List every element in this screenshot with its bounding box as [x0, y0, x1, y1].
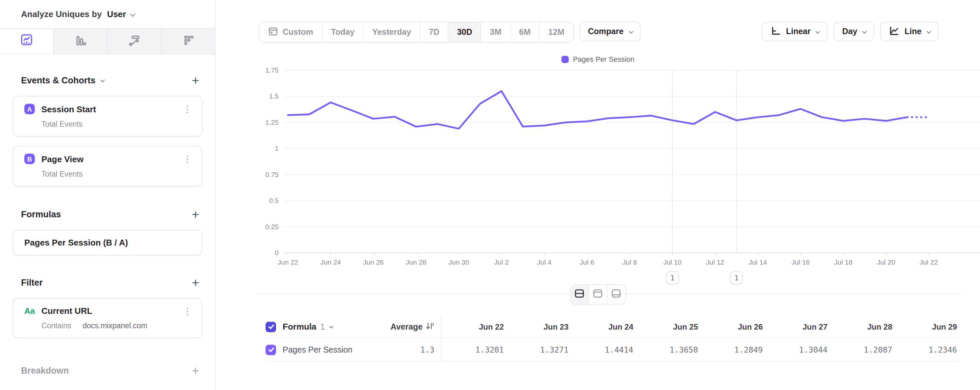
tab-dots-grid[interactable]	[161, 29, 215, 54]
layout-chart-top-button[interactable]	[588, 285, 607, 304]
event-aggregation[interactable]: Total Events	[41, 170, 194, 178]
event-card-page-view[interactable]: B Page View ⋮ Total Events	[13, 146, 202, 187]
formula-name[interactable]: Pages Per Session (B / A)	[24, 238, 194, 247]
chevron-down-icon	[329, 324, 333, 328]
svg-text:0: 0	[275, 249, 279, 256]
kebab-menu-icon[interactable]: ⋮	[181, 154, 194, 163]
breakdown-header: Breakdown +	[0, 365, 215, 377]
line-chart-canvas[interactable]: 00.250.50.7511.251.51.75Jun 22Jun 24Jun …	[216, 0, 980, 271]
column-header: Jun 24	[571, 322, 636, 331]
series-name: Pages Per Session	[283, 345, 353, 354]
add-breakdown-button[interactable]: +	[192, 365, 199, 377]
event-name[interactable]: Page View	[41, 154, 174, 164]
row-checkbox[interactable]	[266, 344, 276, 355]
report-type-tabs	[0, 28, 215, 54]
table-header-row: Formula 1 Average	[266, 316, 959, 338]
svg-text:1.5: 1.5	[269, 92, 279, 100]
filter-condition[interactable]: Contains docs.mixpanel.com	[41, 322, 194, 330]
svg-text:Jul 4: Jul 4	[537, 258, 552, 266]
column-header: Jun 28	[830, 322, 895, 331]
svg-text:0.75: 0.75	[265, 171, 279, 178]
svg-text:Jul 22: Jul 22	[920, 258, 938, 266]
add-event-button[interactable]: +	[192, 74, 199, 87]
add-formula-button[interactable]: +	[192, 208, 199, 220]
string-property-icon: Aa	[24, 306, 35, 315]
average-sort-button[interactable]: Average	[390, 322, 434, 332]
analyze-by-dropdown[interactable]: User	[107, 9, 126, 19]
insights-report: Analyze Uniques by User	[0, 0, 980, 390]
table-bottom-view-icon	[611, 288, 622, 301]
table-value: 1.2087	[830, 345, 895, 354]
kebab-menu-icon[interactable]: ⋮	[181, 306, 194, 315]
event-aggregation[interactable]: Total Events	[41, 120, 194, 128]
svg-text:Jul 8: Jul 8	[622, 258, 637, 266]
chevron-down-icon	[129, 11, 135, 16]
event-card-session-start[interactable]: A Session Start ⋮ Total Events	[13, 96, 202, 136]
annotation-badge[interactable]: 1	[666, 271, 679, 284]
annotation-badge[interactable]: 1	[730, 271, 743, 284]
formulas-title: Formulas	[21, 209, 61, 219]
filter-title: Filter	[21, 278, 43, 288]
formula-card[interactable]: Pages Per Session (B / A)	[13, 230, 202, 255]
event-badge-a: A	[24, 104, 35, 114]
tab-insights-line[interactable]	[0, 29, 53, 54]
kebab-menu-icon[interactable]: ⋮	[181, 105, 194, 114]
filter-card-current-url[interactable]: Aa Current URL ⋮ Contains docs.mixpanel.…	[13, 298, 202, 338]
svg-text:Jul 16: Jul 16	[791, 258, 810, 266]
column-header: Jun 23	[506, 322, 571, 331]
table-value: 1.3650	[636, 345, 701, 354]
svg-text:Jul 10: Jul 10	[663, 258, 682, 266]
svg-text:Jul 18: Jul 18	[834, 258, 853, 266]
filter-header: Filter +	[0, 276, 215, 289]
event-name[interactable]: Session Start	[41, 104, 174, 114]
analyze-label: Analyze Uniques by	[21, 9, 102, 19]
table-value: 1.3201	[442, 345, 506, 354]
insights-chart-icon	[21, 33, 33, 49]
events-cohorts-header: Events & Cohorts +	[0, 74, 215, 87]
events-cohorts-title: Events & Cohorts	[21, 76, 104, 86]
dots-grid-icon	[182, 34, 194, 49]
bar-chart-icon	[74, 34, 87, 49]
layout-toggle-group	[570, 284, 626, 304]
svg-text:Jun 30: Jun 30	[448, 258, 469, 266]
chart-top-view-icon	[593, 288, 603, 301]
table-value: 1.2346	[895, 345, 959, 354]
split-view-icon	[574, 288, 585, 301]
svg-text:Jul 2: Jul 2	[494, 258, 509, 266]
report-main: Custom Today Yesterday 7D 30D 3M 6M 12M …	[216, 0, 980, 390]
tab-bar-chart[interactable]	[53, 29, 107, 54]
layout-table-bottom-button[interactable]	[607, 285, 625, 304]
column-header: Jun 25	[636, 322, 701, 331]
formula-group-dropdown[interactable]: Formula 1	[283, 322, 332, 331]
select-all-checkbox[interactable]	[266, 322, 276, 332]
filter-operator[interactable]: Contains	[41, 322, 71, 330]
results-table: Formula 1 Average	[266, 316, 959, 362]
query-sidebar: Analyze Uniques by User	[0, 0, 216, 390]
chevron-down-icon[interactable]	[100, 78, 105, 82]
column-header: Jun 26	[701, 322, 765, 331]
svg-text:Jun 22: Jun 22	[277, 258, 298, 266]
svg-text:1.75: 1.75	[265, 66, 279, 74]
average-value: 1.3	[420, 345, 434, 354]
table-value: 1.4414	[571, 345, 636, 354]
sort-icon	[426, 322, 434, 332]
flow-chart-icon	[128, 34, 141, 49]
filter-value[interactable]: docs.mixpanel.com	[83, 322, 147, 330]
analyze-header: Analyze Uniques by User	[0, 0, 215, 28]
breakdown-title: Breakdown	[21, 366, 69, 376]
svg-text:Jul 6: Jul 6	[580, 258, 594, 266]
layout-split-view-button[interactable]	[571, 285, 588, 304]
add-filter-button[interactable]: +	[192, 276, 199, 289]
svg-text:Jul 12: Jul 12	[706, 258, 724, 266]
svg-text:1.25: 1.25	[265, 119, 279, 126]
formulas-header: Formulas +	[0, 208, 215, 220]
svg-text:Jun 28: Jun 28	[406, 258, 426, 266]
table-value: 1.2849	[701, 345, 765, 354]
svg-text:Jul 14: Jul 14	[749, 258, 767, 266]
filter-property-name[interactable]: Current URL	[41, 306, 174, 316]
svg-text:0.25: 0.25	[265, 223, 279, 230]
tab-flow[interactable]	[107, 29, 161, 54]
table-value: 1.3044	[765, 345, 830, 354]
column-header: Jun 29	[895, 322, 959, 331]
column-header: Jun 22	[442, 322, 506, 331]
